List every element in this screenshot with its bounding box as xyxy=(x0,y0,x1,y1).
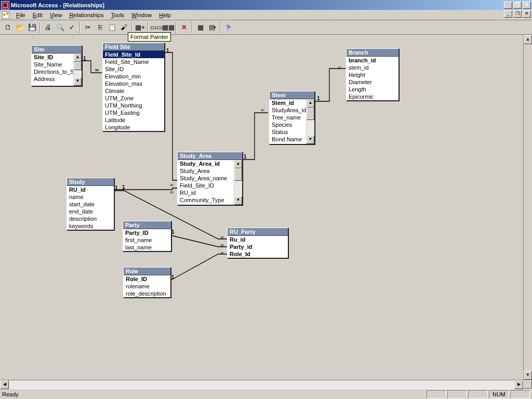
menu-help[interactable]: Help xyxy=(155,11,175,19)
field[interactable]: Species xyxy=(270,121,306,128)
field[interactable]: Tree_name xyxy=(270,114,306,121)
db-window-button[interactable]: ▦ xyxy=(194,22,206,33)
field[interactable]: Site_ID xyxy=(32,54,73,61)
field[interactable]: Site_ID xyxy=(103,65,164,73)
scroll-down-icon[interactable]: ▼ xyxy=(234,196,242,205)
field[interactable]: Study_Area_name xyxy=(178,175,234,182)
field[interactable]: stem_id xyxy=(347,64,398,71)
field[interactable]: UTM_Northing xyxy=(103,102,164,109)
scrollbar[interactable]: ▲ ▼ xyxy=(73,54,82,86)
field[interactable]: Field_Site_Name xyxy=(103,58,164,65)
field[interactable]: Role_Id xyxy=(228,250,288,258)
field[interactable]: name xyxy=(67,193,114,201)
field[interactable]: Address xyxy=(32,75,73,83)
mdi-minimize-button[interactable]: _ xyxy=(504,10,512,18)
show-direct-button[interactable]: ▭▭ xyxy=(150,22,162,33)
table-stem[interactable]: Stem Stem_id StudyArea_id Tree_name Spec… xyxy=(269,91,315,144)
close-button[interactable]: ✕ xyxy=(523,2,531,9)
scroll-right-icon[interactable]: ▶ xyxy=(514,380,523,389)
mdi-restore-button[interactable]: ❐ xyxy=(513,10,522,18)
field[interactable]: Status xyxy=(270,128,306,136)
menu-tools[interactable]: Tools xyxy=(107,11,128,19)
field[interactable]: rolename xyxy=(124,283,170,290)
field[interactable]: Study_Area_id xyxy=(178,160,234,167)
scroll-up-icon[interactable]: ▲ xyxy=(524,35,532,44)
field[interactable]: UTM_Zone xyxy=(103,95,164,102)
scroll-down-icon[interactable]: ▼ xyxy=(524,371,532,380)
menu-file[interactable]: File xyxy=(12,11,29,19)
field[interactable]: start_date xyxy=(67,201,114,208)
field[interactable]: Height xyxy=(347,71,398,78)
table-title[interactable]: Site xyxy=(32,46,82,54)
table-title[interactable]: Party xyxy=(123,221,171,229)
field[interactable]: first_name xyxy=(123,236,171,244)
field[interactable]: StudyArea_id xyxy=(270,107,306,114)
print-button[interactable]: 🖨 xyxy=(42,22,54,33)
field[interactable]: Study_Area xyxy=(178,167,234,175)
field[interactable]: Elevation_max xyxy=(103,80,164,87)
table-title[interactable]: Study xyxy=(67,178,114,186)
cut-button[interactable]: ✂ xyxy=(82,22,94,33)
scroll-up-icon[interactable]: ▲ xyxy=(234,160,242,168)
table-field-site[interactable]: Field Site Field_Site_Id Field_Site_Name… xyxy=(102,43,165,131)
field[interactable]: Community_Type xyxy=(178,196,234,204)
preview-button[interactable]: 🔍 xyxy=(54,22,66,33)
field[interactable]: branch_id xyxy=(347,57,398,64)
scroll-up-icon[interactable]: ▲ xyxy=(74,54,82,62)
field[interactable]: description xyxy=(67,215,114,222)
scroll-left-icon[interactable]: ◀ xyxy=(0,380,9,389)
table-study[interactable]: Study RU_id name start_date end_date des… xyxy=(66,178,114,230)
show-table-button[interactable]: ▦+ xyxy=(134,22,146,33)
field[interactable]: RU_id xyxy=(67,186,114,193)
field[interactable]: Party_ID xyxy=(123,229,171,236)
new-button[interactable]: 🗋 xyxy=(2,22,14,33)
field[interactable]: Bond Name xyxy=(270,136,306,143)
help-button[interactable]: ?▾ xyxy=(222,22,234,33)
field[interactable]: role_description xyxy=(124,290,170,297)
show-all-button[interactable]: ▦▦ xyxy=(162,22,174,33)
field[interactable]: Field_Site_Id xyxy=(103,51,164,58)
relationships-canvas[interactable]: 1 ∞ 1 ∞ 1 ∞ 1 ∞ 1 ∞ 1 ∞ 1 ∞ 1 ∞ Site Sit… xyxy=(0,35,531,380)
table-title[interactable]: RU_Party xyxy=(228,228,288,236)
spell-button[interactable]: ✓ xyxy=(66,22,78,33)
table-role[interactable]: Role Role_ID rolename role_description xyxy=(123,267,171,298)
table-site[interactable]: Site Site_ID Site_Name Directions_to_Si … xyxy=(31,45,82,86)
field[interactable]: Length xyxy=(347,86,398,93)
canvas-vscroll[interactable]: ▲ ▼ xyxy=(523,35,532,380)
mdi-close-button[interactable]: ✕ xyxy=(523,10,531,18)
field[interactable]: Climate xyxy=(103,87,164,95)
field[interactable]: Role_ID xyxy=(124,275,170,283)
new-object-button[interactable]: ▤▾ xyxy=(206,22,218,33)
menu-window[interactable]: Window xyxy=(128,11,155,19)
format-painter-button[interactable]: 🖌 xyxy=(118,22,130,33)
save-button[interactable]: 💾 xyxy=(26,22,38,33)
open-button[interactable]: 📂 xyxy=(14,22,26,33)
table-title[interactable]: Stem xyxy=(270,91,314,99)
menu-view[interactable]: View xyxy=(46,11,66,19)
field[interactable]: Party_id xyxy=(228,243,288,250)
table-ru-party[interactable]: RU_Party Ru_id Party_id Role_Id xyxy=(227,228,288,258)
canvas-hscroll[interactable]: ◀ ▶ xyxy=(0,380,532,389)
minimize-button[interactable]: _ xyxy=(504,2,512,9)
mdi-child-icon[interactable] xyxy=(2,11,9,19)
table-title[interactable]: Branch xyxy=(347,49,398,57)
scrollbar[interactable]: ▲ ▼ xyxy=(306,99,314,144)
field[interactable]: Diameter xyxy=(347,78,398,86)
scroll-down-icon[interactable]: ▼ xyxy=(307,136,314,144)
field[interactable]: Directions_to_Si xyxy=(32,68,73,75)
maximize-button[interactable]: ❐ xyxy=(513,2,522,9)
field[interactable]: Longitude xyxy=(103,124,164,131)
field[interactable]: Stem_id xyxy=(270,99,306,107)
field[interactable]: last_name xyxy=(123,244,171,251)
table-branch[interactable]: Branch branch_id stem_id Height Diameter… xyxy=(346,48,399,101)
field[interactable]: end_date xyxy=(67,208,114,215)
field[interactable]: RU_id xyxy=(178,189,234,196)
table-title[interactable]: Study_Area xyxy=(178,152,242,160)
field[interactable]: UTM_Easting xyxy=(103,109,164,116)
field[interactable]: keywords xyxy=(67,222,114,230)
field[interactable]: Site_Name xyxy=(32,61,73,68)
table-study-area[interactable]: Study_Area Study_Area_id Study_Area Stud… xyxy=(177,152,243,205)
paste-button[interactable]: 📋 xyxy=(106,22,118,33)
field[interactable]: Epicormic xyxy=(347,93,398,100)
menu-relationships[interactable]: Relationships xyxy=(65,11,107,19)
